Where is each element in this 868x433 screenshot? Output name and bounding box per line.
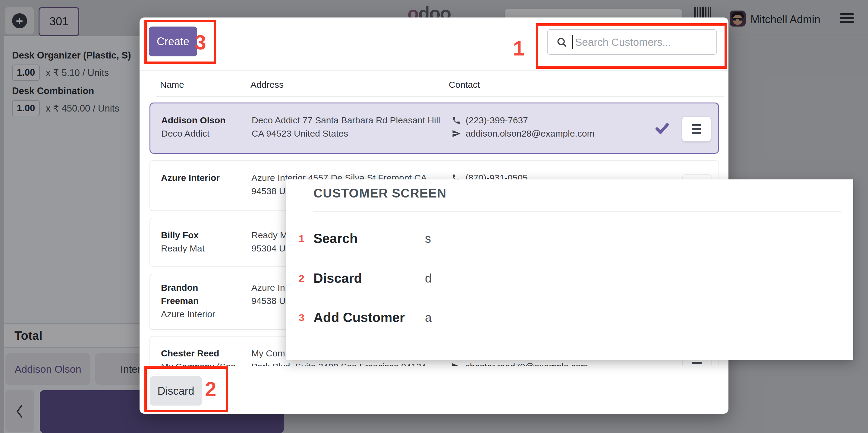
divider [313,211,841,212]
check-icon [654,120,670,136]
pos-screen: + 301 odoo Mitchell Admin Desk Organizer… [0,0,868,433]
customer-address-line2: Park Blvd, Suite 3400 San Francisco 9413… [251,360,447,366]
hamburger-icon [692,124,701,126]
customer-company: Ready Mat [161,242,248,255]
customer-company: My Company (San [161,360,248,366]
customer-row-selected[interactable]: Addison Olson Deco Addict Deco Addict 77… [150,103,719,154]
shortcut-legend-panel: CUSTOMER SCREEN 1 Search s 2 Discard d 3… [286,179,853,360]
customer-phone: (223)-399-7637 [466,114,528,127]
customer-name: Brandon [161,281,248,294]
customer-company: Azure Interior [161,308,248,321]
shortcut-label: Discard [313,271,425,286]
paper-plane-icon [452,129,461,138]
phone-icon [452,116,461,125]
customer-name: Billy Fox [161,229,248,242]
shortcut-item: 3 Add Customer a [286,309,768,326]
customer-details-button[interactable] [682,117,711,141]
shortcut-key: d [425,272,432,285]
shortcut-label: Add Customer [313,310,425,325]
shortcut-item: 2 Discard d [286,269,768,287]
customer-email: addison.olson28@example.com [466,127,594,140]
shortcut-key: a [425,311,432,324]
customer-name: Azure Interior [161,171,248,184]
customer-name: Addison Olson [161,114,249,127]
shortcut-label: Search [313,231,425,246]
annotation-number-1: 1 [513,38,524,58]
shortcut-number: 1 [286,233,304,244]
customer-address-line2: CA 94523 United States [252,127,447,140]
shortcut-number: 2 [286,272,304,284]
shortcut-panel-title: CUSTOMER SCREEN [313,186,446,201]
annotation-box-search [536,23,727,69]
customer-company: Deco Addict [161,127,249,140]
annotation-number-3: 3 [195,32,206,53]
shortcut-number: 3 [286,312,304,323]
customer-address-line1: Deco Addict 77 Santa Barbara Rd Pleasant… [252,114,447,127]
annotation-number-2: 2 [205,379,216,399]
customer-email: chester.reed79@example.com [465,360,588,366]
shortcut-key: s [425,232,431,246]
shortcut-item: 1 Search s [286,229,768,248]
paper-plane-icon [452,362,461,366]
customer-name: Chester Reed [161,347,248,360]
customer-name-line2: Freeman [161,294,248,308]
